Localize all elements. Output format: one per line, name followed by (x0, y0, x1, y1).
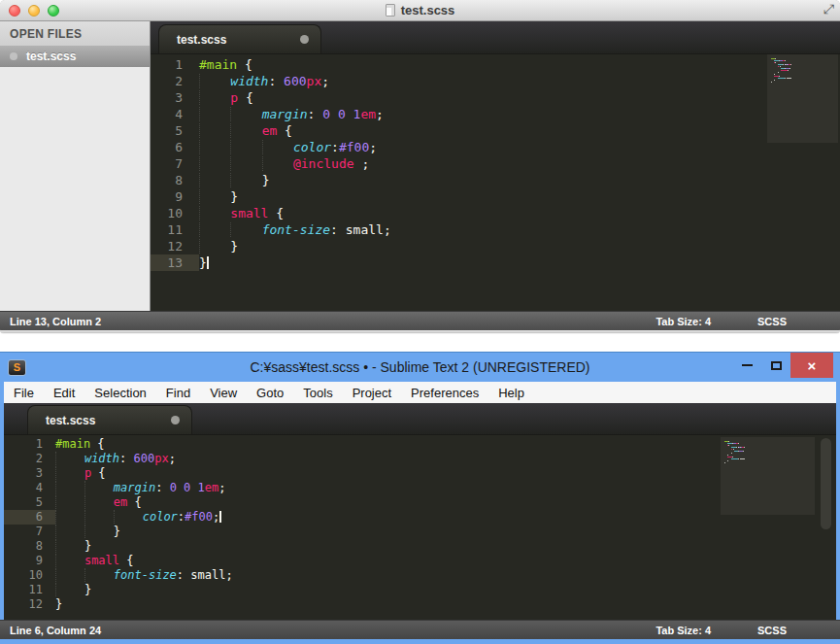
line-number[interactable]: 7 (4, 525, 55, 539)
tab-bar: test.scss (4, 403, 836, 435)
code-line[interactable]: 10 font-size: small; (4, 568, 836, 583)
menu-item-file[interactable]: File (4, 384, 44, 402)
line-number[interactable]: 3 (4, 466, 55, 481)
code-line[interactable]: 1#main { (4, 437, 836, 452)
line-number[interactable]: 10 (4, 568, 55, 583)
window-title-text: test.scss (401, 3, 455, 17)
line-number[interactable]: 4 (151, 106, 199, 122)
win-titlebar[interactable]: S C:¥sass¥test.scss • - Sublime Text 2 (… (0, 353, 840, 382)
minimize-button[interactable] (28, 5, 40, 17)
close-button[interactable]: × (790, 353, 833, 378)
line-number[interactable]: 13 (151, 254, 199, 271)
code-line[interactable]: 5 em { (151, 122, 840, 139)
maximize-icon (771, 361, 782, 370)
window-bottom-edge (0, 330, 840, 333)
modified-dot-icon (10, 52, 17, 60)
code-line[interactable]: 11 } (4, 583, 836, 597)
line-number[interactable]: 6 (151, 139, 199, 155)
line-number[interactable]: 8 (4, 539, 55, 554)
vertical-scrollbar[interactable] (821, 438, 831, 529)
line-number[interactable]: 6 (4, 510, 55, 525)
line-number[interactable]: 10 (151, 205, 199, 221)
line-number[interactable]: 11 (151, 221, 199, 238)
text-caret (219, 511, 221, 523)
line-number[interactable]: 1 (151, 56, 199, 73)
code-line[interactable]: 4 margin: 0 0 1em; (151, 106, 840, 122)
minimap[interactable] (767, 54, 838, 143)
minimap[interactable] (721, 437, 815, 515)
line-number[interactable]: 3 (151, 89, 199, 106)
mac-titlebar[interactable]: test.scss ⤢ (0, 0, 840, 21)
tab-modified-dot-icon (300, 35, 309, 44)
sublime-app-icon: S (8, 359, 26, 376)
line-number[interactable]: 9 (4, 554, 55, 568)
traffic-lights (9, 5, 59, 17)
tab-test-scss[interactable]: test.scss (158, 24, 321, 53)
sidebar-item-test-scss[interactable]: test.scss (0, 46, 150, 67)
code-line[interactable]: 2 width: 600px; (4, 452, 836, 466)
line-number[interactable]: 8 (151, 172, 199, 188)
line-number[interactable]: 12 (4, 597, 55, 612)
document-icon (386, 4, 395, 17)
tab-size-indicator[interactable]: Tab Size: 4 (655, 625, 711, 636)
code-line[interactable]: 7 @include ; (151, 155, 840, 172)
tab-label: test.scss (177, 33, 226, 47)
syntax-indicator[interactable]: SCSS (757, 316, 787, 327)
line-number[interactable]: 11 (4, 583, 55, 597)
code-line[interactable]: 12} (4, 597, 836, 612)
code-line[interactable]: 12 } (151, 238, 840, 254)
zoom-button[interactable] (48, 5, 59, 17)
menu-item-preferences[interactable]: Preferences (401, 384, 488, 402)
code-line[interactable]: 13} (151, 254, 840, 271)
line-number[interactable]: 2 (151, 73, 199, 89)
status-bar: Line 6, Column 24 Tab Size: 4 SCSS (0, 620, 840, 639)
line-number[interactable]: 12 (151, 238, 199, 254)
line-number[interactable]: 1 (4, 437, 55, 452)
code-line[interactable]: 5 em { (4, 495, 836, 510)
line-number[interactable]: 5 (151, 122, 199, 139)
code-line[interactable]: 6 color:#f00; (4, 510, 836, 525)
code-line[interactable]: 10 small { (151, 205, 840, 221)
code-editor[interactable]: 1#main {2 width: 600px;3 p {4 margin: 0 … (151, 54, 840, 311)
code-line[interactable]: 2 width: 600px; (151, 73, 840, 89)
syntax-indicator[interactable]: SCSS (757, 625, 787, 636)
code-line[interactable]: 8 } (4, 539, 836, 554)
tab-test-scss[interactable]: test.scss (27, 405, 192, 434)
code-editor[interactable]: 1#main {2 width: 600px;3 p {4 margin: 0 … (4, 435, 836, 620)
menu-item-view[interactable]: View (200, 384, 247, 402)
line-number[interactable]: 9 (151, 188, 199, 205)
code-line[interactable]: 9 } (151, 188, 840, 205)
windows-sublime-window: S C:¥sass¥test.scss • - Sublime Text 2 (… (0, 353, 840, 644)
menu-item-project[interactable]: Project (343, 384, 401, 402)
tab-size-indicator[interactable]: Tab Size: 4 (655, 316, 711, 327)
close-button[interactable] (9, 5, 20, 17)
code-line[interactable]: 7 } (4, 525, 836, 539)
mac-sublime-window: test.scss ⤢ OPEN FILES test.scss test.sc… (0, 0, 840, 333)
line-number[interactable]: 2 (4, 452, 55, 466)
line-number[interactable]: 5 (4, 495, 55, 510)
menu-bar: FileEditSelectionFindViewGotoToolsProjec… (4, 382, 836, 403)
tab-bar: test.scss (151, 21, 840, 54)
line-number[interactable]: 7 (151, 155, 199, 172)
menu-item-selection[interactable]: Selection (84, 384, 155, 402)
code-line[interactable]: 4 margin: 0 0 1em; (4, 481, 836, 495)
menu-item-edit[interactable]: Edit (44, 384, 84, 402)
code-line[interactable]: 3 p { (4, 466, 836, 481)
cursor-position: Line 13, Column 2 (10, 316, 101, 327)
menu-item-help[interactable]: Help (488, 384, 534, 402)
sidebar: OPEN FILES test.scss (0, 21, 151, 311)
code-line[interactable]: 3 p { (151, 89, 840, 106)
menu-item-tools[interactable]: Tools (293, 384, 342, 402)
minimize-button[interactable] (732, 353, 761, 378)
menu-item-find[interactable]: Find (156, 384, 200, 402)
line-number[interactable]: 4 (4, 481, 55, 495)
code-line[interactable]: 8 } (151, 172, 840, 188)
maximize-button[interactable] (761, 353, 790, 378)
window-border (0, 639, 840, 644)
fullscreen-icon[interactable]: ⤢ (823, 1, 834, 17)
code-line[interactable]: 1#main { (151, 56, 840, 73)
code-line[interactable]: 9 small { (4, 554, 836, 568)
code-line[interactable]: 6 color:#f00; (151, 139, 840, 155)
menu-item-goto[interactable]: Goto (247, 384, 293, 402)
code-line[interactable]: 11 font-size: small; (151, 221, 840, 238)
